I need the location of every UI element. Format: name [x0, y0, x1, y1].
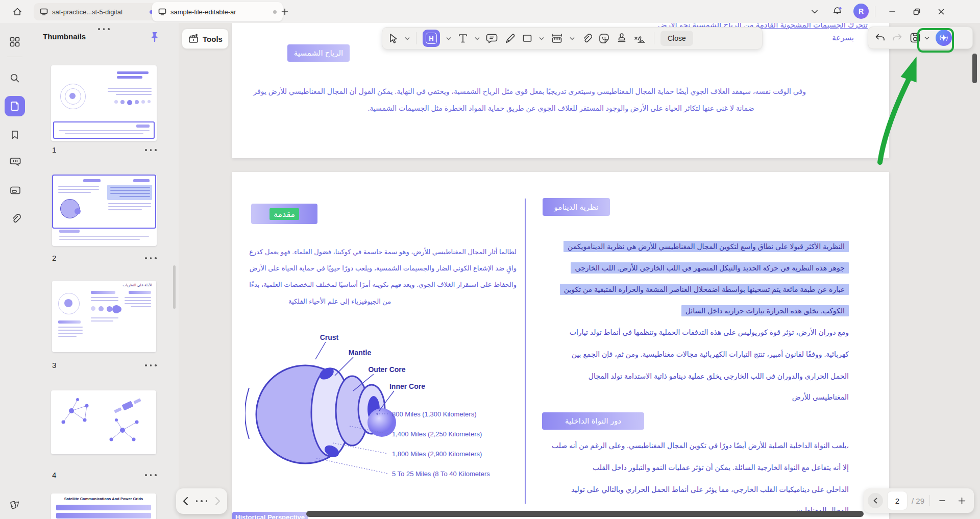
avatar[interactable]: R: [853, 4, 869, 19]
thumbnail-page-3[interactable]: الأدلة على النظريات: [52, 281, 156, 352]
stamp-tool-button[interactable]: [616, 33, 627, 44]
page-number: 3: [52, 361, 56, 369]
minimize-button[interactable]: [881, 0, 903, 23]
thumbnail-page-2[interactable]: [52, 175, 157, 246]
page-options-button[interactable]: [145, 474, 157, 476]
apps-grid-icon[interactable]: [10, 37, 20, 47]
horizontal-scrollbar[interactable]: [306, 511, 864, 517]
new-tab-button[interactable]: [279, 6, 291, 18]
doc-text-line: الحمل الحراري والدوران في اللب الخارجي ي…: [589, 372, 849, 380]
thumbnail-page-5[interactable]: Satellite Communications And Power Grids: [51, 493, 156, 519]
save-button[interactable]: [909, 32, 929, 44]
shape-tool-button[interactable]: [522, 33, 533, 44]
measure-tool-button[interactable]: [550, 33, 564, 44]
diagram-label: Inner Core: [389, 382, 425, 390]
close-toolbar-button[interactable]: Close: [660, 31, 693, 46]
text-tool-button[interactable]: [457, 33, 469, 44]
search-icon[interactable]: [10, 73, 20, 83]
document-icon: [9, 101, 20, 112]
vertical-scrollbar[interactable]: [972, 54, 977, 83]
pen-icon: [504, 33, 516, 44]
page-options-button[interactable]: [145, 257, 157, 259]
ai-assistant-button[interactable]: [936, 30, 952, 46]
section-badge: الرياح الشمسية: [287, 44, 350, 62]
doc-text-line: الداخلي على ديناميكيات القلب الخارجي، مم…: [571, 485, 849, 493]
earth-layers-diagram: Crust Mantle Outer Core Inner Core 800 M…: [245, 327, 490, 485]
close-window-button[interactable]: [930, 0, 952, 23]
tab-bar: sat-practice...st-5-digital sample-file-…: [0, 0, 980, 23]
comment-tool-button[interactable]: [486, 33, 498, 44]
tab-sat-practice[interactable]: sat-practice...st-5-digital: [34, 3, 159, 20]
signature-icon: [633, 33, 648, 44]
page-options-button[interactable]: [145, 364, 157, 366]
home-icon: [12, 7, 22, 17]
doc-text-line: المغناطيسي للأرض: [792, 393, 849, 401]
save-icon: [909, 32, 921, 44]
comment-icon: [486, 33, 498, 44]
divider: [7, 57, 22, 57]
chevron-right-icon[interactable]: [215, 497, 220, 506]
undo-button[interactable]: [874, 33, 886, 43]
diagram-label: Mantle: [349, 349, 372, 357]
signature-tool-button[interactable]: [633, 33, 648, 44]
chevron-down-icon[interactable]: [539, 37, 544, 40]
network-doodle: [51, 390, 156, 454]
left-sidebar: [0, 23, 30, 519]
previous-page-button[interactable]: [868, 493, 883, 508]
chevron-left-icon[interactable]: [183, 497, 188, 506]
thumbnail-page-4[interactable]: [51, 390, 156, 454]
ruler-icon: [550, 33, 564, 44]
chevron-down-icon[interactable]: [570, 37, 575, 40]
current-page-input[interactable]: 2: [887, 491, 908, 510]
doc-text-line: ضمانة لا غنى عنها لتكاثر الحياة على الأر…: [316, 104, 806, 112]
page-number: 2: [52, 254, 56, 262]
diagram-measure: 1,800 Miles (2,900 Kilometers): [392, 450, 482, 458]
page-options-button[interactable]: [145, 149, 157, 151]
sidebar-item-thumbnails[interactable]: [5, 96, 25, 116]
tab-sample-file[interactable]: sample-file-editable-ar: [152, 2, 283, 21]
doc-text-line: كهربائية. ووفقًا لقانون أمبير، تنتج التي…: [572, 350, 849, 358]
restore-button[interactable]: [905, 0, 928, 23]
doc-text-word: بسرعة: [832, 33, 854, 42]
doc-text-line: وفي الوقت نفسه، سيفقد الغلاف الجوي أيضًا…: [316, 87, 806, 95]
zoom-out-button[interactable]: [936, 495, 948, 507]
toolbox-icon: [188, 33, 199, 44]
comments-icon[interactable]: [10, 157, 20, 167]
column-divider: [525, 199, 526, 504]
thumbnail-page-1[interactable]: [51, 65, 157, 141]
pdf-page-2: مقدمة لطالما أثار المجال المغناطيسي للأر…: [232, 172, 889, 519]
bookmark-icon[interactable]: [10, 130, 20, 140]
chevron-down-icon[interactable]: [405, 37, 410, 40]
zoom-in-button[interactable]: [955, 495, 968, 507]
select-tool-button[interactable]: [387, 33, 399, 44]
home-button[interactable]: [8, 4, 27, 20]
panel-drag-handle[interactable]: [98, 28, 110, 30]
divider: [875, 6, 875, 17]
diagram-measure: 5 To 25 Miles (8 To 40 Kilometers): [392, 470, 490, 478]
app-window: sat-practice...st-5-digital sample-file-…: [0, 0, 980, 519]
notification-dot-icon: [839, 7, 842, 10]
diagram-measure: 800 Miles (1,300 Kilometers): [392, 410, 476, 418]
panel-scrollbar[interactable]: [173, 265, 176, 309]
redo-button[interactable]: [892, 33, 903, 43]
more-pages-button[interactable]: [196, 500, 208, 502]
notifications-button[interactable]: [827, 0, 847, 23]
form-field-icon[interactable]: [10, 185, 20, 195]
highlight-tool-button[interactable]: H: [423, 30, 440, 47]
chevron-down-icon[interactable]: [475, 37, 480, 40]
paperclip-icon[interactable]: [10, 213, 20, 223]
rectangle-icon: [522, 33, 533, 44]
doc-text-line: ومع دوران الأرض، تؤثر قوة كوريوليس على ه…: [570, 328, 849, 336]
tools-button[interactable]: Tools: [182, 29, 229, 49]
section-badge: مقدمة: [251, 204, 317, 224]
palette-icon[interactable]: [9, 498, 19, 508]
tabs-overflow-button[interactable]: [805, 0, 824, 23]
attach-tool-button[interactable]: [581, 33, 592, 44]
viewport-indicator: [53, 121, 155, 139]
chevron-down-icon[interactable]: [446, 37, 451, 40]
pen-tool-button[interactable]: [504, 33, 516, 44]
document-viewport: تتحرك الجسيمات المشحونة القادمة من الريا…: [179, 23, 980, 519]
sticker-tool-button[interactable]: [598, 33, 610, 44]
pin-icon[interactable]: [148, 31, 160, 43]
planet-doodle: [112, 305, 120, 313]
